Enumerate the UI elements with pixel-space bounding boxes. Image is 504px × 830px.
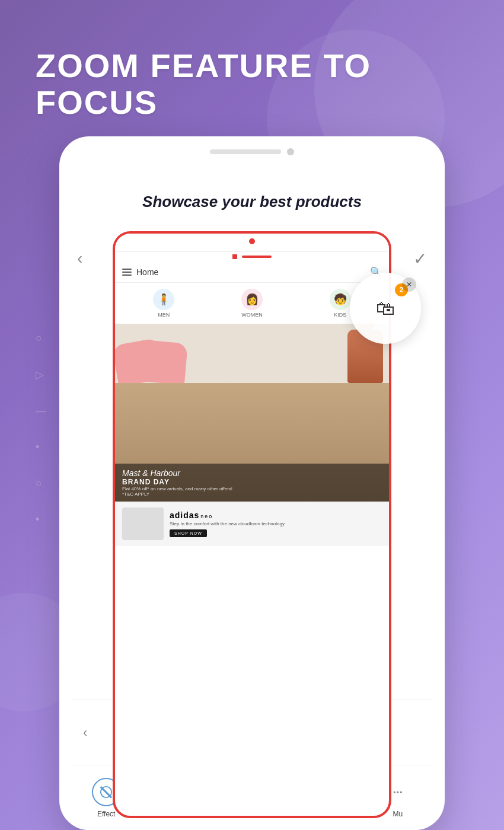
adidas-tagline: Step in the comfort with the new cloudfo… (170, 521, 382, 526)
inner-phone-dot-2 (232, 254, 237, 259)
toolbar-back-arrow[interactable]: ‹ (83, 725, 87, 740)
category-men-label: MEN (158, 312, 170, 318)
adidas-sub-brand: neo (200, 513, 213, 519)
inner-phone-speaker (242, 256, 272, 258)
nav-home-label: Home (136, 267, 365, 277)
banner-brand-name: Mast & Harbour (122, 468, 382, 478)
circle2-decoration-icon: ○ (36, 477, 46, 490)
categories-row: 🧍 MEN 👩 WOMEN 🧒 KIDS (115, 283, 389, 324)
zoom-overlay-circle: 🛍 2 ✕ (350, 273, 421, 344)
title-area: ZOOM FEATURE TO FOCUS (36, 47, 468, 120)
nav-check-arrow[interactable]: ✓ (413, 249, 427, 269)
zoom-circle-content: 🛍 (376, 299, 395, 318)
left-decorations: ○ ▷ — • ○ • (36, 332, 46, 526)
banner-offer-text: Flat 40% off* on new arrivals, and many … (122, 486, 382, 491)
kids-icon: 🧒 (334, 293, 347, 306)
svg-line-1 (103, 788, 110, 796)
showcase-heading: Showcase your best products (59, 193, 445, 211)
women-icon: 👩 (245, 293, 259, 306)
line-decoration: — (36, 405, 46, 417)
shoes-banner (115, 324, 389, 383)
category-kids-label: KIDS (334, 312, 346, 318)
banner-event-name: BRAND DAY (122, 478, 382, 486)
brand-day-banner: Mast & Harbour BRAND DAY Flat 40% off* o… (115, 383, 389, 502)
phone-mockup: ‹ ✓ Showcase your best products Home 🔍 (59, 136, 445, 830)
men-icon: 🧍 (157, 293, 170, 306)
shoe-right (137, 340, 188, 383)
nav-back-arrow[interactable]: ‹ (77, 249, 82, 268)
category-women-label: WOMEN (241, 312, 263, 318)
svg-point-0 (101, 787, 111, 797)
phone-top-bar (210, 148, 294, 155)
adidas-banner: adidas neo Step in the comfort with the … (115, 502, 389, 546)
page-title: ZOOM FEATURE TO FOCUS (36, 47, 468, 120)
effect-label: Effect (97, 810, 115, 818)
category-kids[interactable]: 🧒 KIDS (330, 289, 351, 318)
category-men[interactable]: 🧍 MEN (153, 289, 174, 318)
cart-icon: 🛍 (376, 299, 395, 318)
adidas-cta-button[interactable]: SHOP NOW (170, 529, 207, 537)
phone-camera (287, 148, 294, 155)
adidas-product-image (122, 507, 164, 540)
adidas-brand-name: adidas (170, 510, 199, 520)
banner-fine-print: *T&C APPLY (122, 491, 382, 497)
zoom-close-button[interactable]: ✕ (402, 277, 416, 292)
phone-speaker (210, 149, 281, 154)
circle-decoration-icon: ○ (36, 332, 46, 344)
dot2-decoration: • (36, 513, 46, 526)
inner-phone-mockup: Home 🔍 🧍 MEN 👩 WOMEN 🧒 KIDS (113, 231, 391, 818)
play-decoration-icon: ▷ (36, 368, 46, 381)
more-label: Mu (393, 810, 403, 818)
hamburger-menu-icon[interactable] (122, 269, 132, 276)
dot-decoration: • (36, 441, 46, 454)
adidas-text-area: adidas neo Step in the comfort with the … (170, 510, 382, 537)
banner-overlay: Mast & Harbour BRAND DAY Flat 40% off* o… (115, 464, 389, 502)
inner-phone-dot-1 (249, 238, 255, 244)
app-navbar: Home 🔍 (115, 261, 389, 283)
category-women[interactable]: 👩 WOMEN (241, 289, 263, 318)
